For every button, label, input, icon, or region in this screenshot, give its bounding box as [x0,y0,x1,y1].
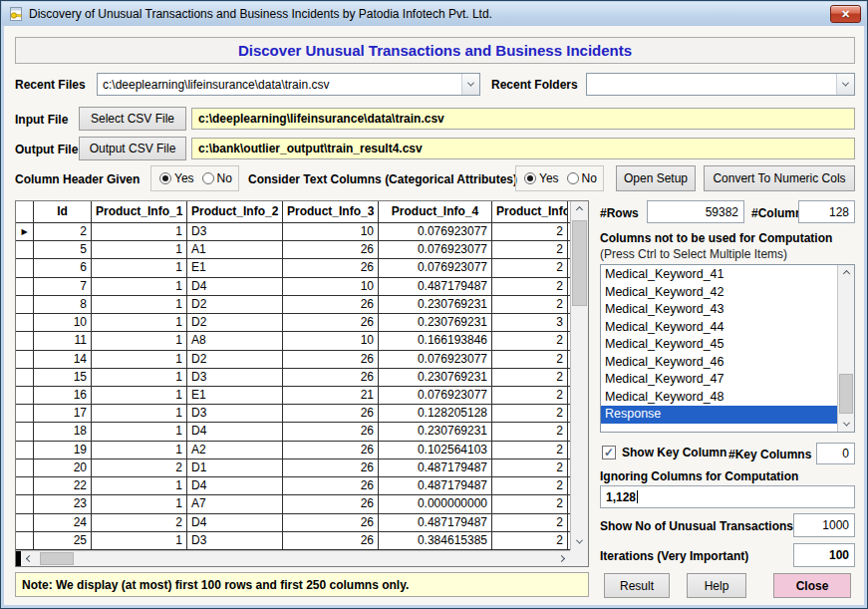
table-cell[interactable]: 2 [492,296,568,313]
table-cell[interactable]: 0.076923077 [379,259,492,276]
table-cell[interactable]: 0.102564103 [379,442,492,458]
table-cell[interactable]: D4 [187,477,283,494]
row-selector[interactable] [16,296,34,313]
list-item[interactable]: Medical_Keyword_44 [601,319,837,337]
table-cell[interactable]: 22 [34,477,92,494]
table-row[interactable]: 171D3260.1282051282 [16,405,570,423]
table-cell[interactable]: 2 [92,459,187,476]
close-button[interactable]: ✕ [830,5,861,23]
table-cell[interactable]: 0.487179487 [379,514,492,531]
row-selector[interactable] [16,387,34,404]
table-cell[interactable]: 1 [92,423,187,440]
table-cell[interactable]: 2 [492,223,568,240]
table-cell[interactable]: D1 [187,459,283,476]
table-cell[interactable]: 1 [92,332,187,349]
exclude-listbox[interactable]: Medical_Keyword_41Medical_Keyword_42Medi… [600,264,855,433]
row-selector[interactable] [16,459,34,476]
row-selector[interactable] [16,351,34,368]
table-cell[interactable]: 26 [283,459,379,476]
row-selector[interactable] [16,369,34,386]
column-header-radio-yes[interactable]: Yes [159,171,194,185]
table-cell[interactable]: 11 [34,332,92,349]
table-row[interactable]: 111A8100.1661938462 [16,332,570,350]
table-cell[interactable]: 1 [92,351,187,368]
vertical-scroll-thumb[interactable] [572,220,587,306]
table-cell[interactable]: A7 [187,495,283,512]
table-cell[interactable]: 2 [492,442,568,458]
table-cell[interactable]: 26 [283,314,379,331]
table-cell[interactable]: 14 [34,351,92,368]
table-cell[interactable]: 25 [34,532,92,549]
table-cell[interactable]: 8 [34,296,92,313]
table-cell[interactable]: 1 [92,259,187,276]
table-cell[interactable]: D2 [187,351,283,368]
scroll-down-arrow[interactable] [838,416,854,432]
recent-folders-combo[interactable] [586,73,855,96]
grid-vertical-scrollbar[interactable] [570,201,588,550]
table-cell[interactable]: 26 [283,532,379,549]
row-selector[interactable] [16,332,34,349]
recent-folders-dropdown-button[interactable] [836,74,854,95]
table-cell[interactable]: 2 [492,459,568,476]
table-cell[interactable]: 10 [283,278,379,295]
unusual-field[interactable]: 1000 [793,513,855,537]
table-cell[interactable]: 0.166193846 [379,332,492,349]
row-selector[interactable] [16,495,34,512]
table-cell[interactable]: D2 [187,314,283,331]
table-cell[interactable]: 2 [492,495,568,512]
list-item[interactable]: Medical_Keyword_41 [601,266,837,284]
list-item[interactable]: Medical_Keyword_43 [601,301,837,319]
table-cell[interactable]: 10 [283,223,379,240]
list-item[interactable]: Response [601,406,837,424]
table-cell[interactable]: 2 [492,369,568,386]
table-cell[interactable]: 26 [283,296,379,313]
table-cell[interactable]: A8 [187,332,283,349]
table-cell[interactable]: 19 [34,442,92,458]
output-file-field[interactable]: c:\bank\outlier_output\train_result4.csv [191,138,855,159]
table-cell[interactable]: 26 [283,442,379,458]
scroll-left-arrow[interactable] [21,551,38,566]
table-cell[interactable]: D4 [187,278,283,295]
row-selector[interactable] [16,314,34,331]
table-row[interactable]: 151D3260.2307692312 [16,369,570,387]
table-row[interactable]: 231A7260.0000000002 [16,495,570,513]
table-cell[interactable]: 16 [34,387,92,404]
table-cell[interactable]: 1 [92,495,187,512]
table-cell[interactable]: 1 [92,405,187,422]
table-cell[interactable]: 1 [92,387,187,404]
table-cell[interactable]: A1 [187,241,283,258]
output-csv-button[interactable]: Output CSV File [79,137,186,160]
table-cell[interactable]: 1 [92,442,187,458]
table-cell[interactable]: 2 [492,387,568,404]
table-cell[interactable]: 10 [283,332,379,349]
horizontal-scroll-thumb[interactable] [40,552,74,565]
table-cell[interactable]: 21 [283,387,379,404]
table-cell[interactable]: 2 [492,423,568,440]
recent-files-combo[interactable]: c:\deeplearning\lifeinsurance\data\train… [97,73,480,96]
table-cell[interactable]: 1 [92,477,187,494]
data-grid[interactable]: IdProduct_Info_1Product_Info_2Product_In… [15,200,589,567]
convert-numeric-button[interactable]: Convert To Numeric Cols [704,165,855,191]
close-action-button[interactable]: Close [773,573,851,598]
table-cell[interactable]: 0.000000000 [379,495,492,512]
columns-count-field[interactable]: 128 [798,200,855,223]
row-selector[interactable] [16,442,34,458]
column-header-radio-no[interactable]: No [202,171,232,185]
table-cell[interactable]: 2 [492,351,568,368]
key-columns-field[interactable]: 0 [816,443,855,464]
table-row[interactable]: 221D4260.4871794872 [16,477,570,495]
table-row[interactable]: 61E1260.0769230772 [16,259,570,277]
table-cell[interactable]: 2 [492,259,568,276]
grid-horizontal-scrollbar[interactable] [16,550,570,566]
select-csv-button[interactable]: Select CSV File [79,107,186,131]
table-cell[interactable]: 2 [34,223,92,240]
table-cell[interactable]: 1 [92,314,187,331]
table-row[interactable]: 181D4260.2307692312 [16,423,570,441]
table-cell[interactable]: 0.487179487 [379,459,492,476]
table-cell[interactable]: 0.230769231 [379,369,492,386]
table-cell[interactable]: E1 [187,387,283,404]
table-row[interactable]: 202D1260.4871794872 [16,459,570,477]
table-cell[interactable]: D3 [187,223,283,240]
table-cell[interactable]: 1 [92,369,187,386]
list-item[interactable]: Medical_Keyword_45 [601,336,837,354]
